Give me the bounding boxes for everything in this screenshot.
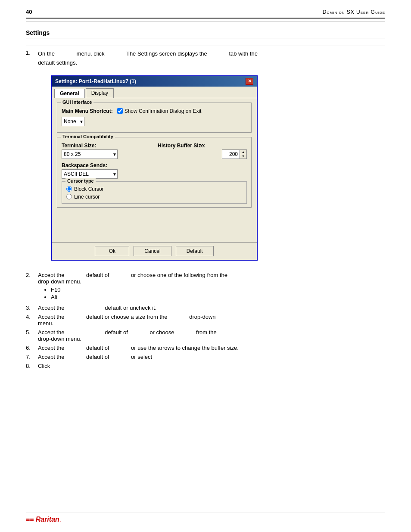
dialog-title: Settings: Port1-RedHatLinux7 (1) — [55, 78, 136, 84]
backspace-sends-label: Backspace Sends: — [62, 162, 247, 168]
step-4-num: 4. — [26, 314, 38, 320]
terminal-controls-row: 80 x 25 132 x 24 ▼ — [62, 149, 247, 159]
terminal-col-left: Terminal Size: — [62, 143, 151, 149]
dialog-wrapper: Settings: Port1-RedHatLinux7 (1) ✕ Gener… — [51, 75, 258, 261]
step-5-content: Accept the default of or choose from the… — [38, 329, 385, 342]
backspace-select-wrapper: ASCII DEL Backspace ▼ — [62, 169, 118, 179]
step-8: 8. Click — [26, 363, 385, 369]
step-3-text: Accept the default or uncheck it. — [38, 305, 156, 311]
tab-display[interactable]: Display — [86, 88, 114, 98]
step-2: 2. Accept the default of or choose one o… — [26, 272, 385, 302]
show-confirmation-row: Show Confirmation Dialog on Exit — [117, 108, 202, 114]
terminal-size-select-col: 80 x 25 132 x 24 ▼ — [62, 149, 151, 159]
step-1-content: On the menu, click The Settings screen d… — [38, 50, 385, 265]
step-5-continuation: drop-down menu. — [38, 336, 81, 342]
step-6-content: Accept the default of or use the arrows … — [38, 345, 385, 351]
settings-dialog: Settings: Port1-RedHatLinux7 (1) ✕ Gener… — [51, 75, 258, 261]
step-2-content: Accept the default of or choose one of t… — [38, 272, 385, 302]
page: 40 Dominion SX User Guide Settings 1. On… — [0, 0, 411, 532]
mid-rule-2 — [26, 46, 385, 46]
line-cursor-row: Line cursor — [66, 194, 242, 200]
spinbox-down-button[interactable]: ▼ — [240, 154, 246, 159]
step-4: 4. Accept the default or choose a size f… — [26, 314, 385, 327]
main-menu-label: Main Menu Shortcut: — [62, 108, 113, 114]
step-2-num: 2. — [26, 272, 38, 278]
main-menu-row: Main Menu Shortcut: Show Confirmation Di… — [62, 108, 247, 114]
step-4-continuation: menu. — [38, 320, 53, 327]
terminal-size-label: Terminal Size: — [62, 143, 151, 149]
raritan-logo: ≡≡ Raritan. — [26, 516, 385, 523]
default-button[interactable]: Default — [176, 246, 214, 256]
show-confirmation-label: Show Confirmation Dialog on Exit — [125, 108, 202, 114]
step-7-content: Accept the default of or select — [38, 354, 385, 360]
backspace-select-row: ASCII DEL Backspace ▼ — [62, 169, 247, 179]
section-heading: Settings — [26, 29, 385, 38]
step-5-text: Accept the default of or choose from the — [38, 329, 217, 336]
step-3-content: Accept the default or uncheck it. — [38, 305, 385, 311]
raritan-logo-icon: ≡≡ — [26, 516, 34, 523]
shortcut-select[interactable]: None F10 Alt — [62, 117, 84, 126]
terminal-two-col: Terminal Size: History Buffer Size: — [62, 143, 247, 149]
history-spinbox: ▲ ▼ — [222, 149, 247, 159]
bullet-alt: Alt — [51, 294, 385, 300]
doc-title: Dominion SX User Guide — [323, 9, 385, 15]
dialog-footer: Ok Cancel Default — [52, 242, 257, 260]
shortcut-select-row: None F10 Alt ▼ — [62, 117, 247, 126]
terminal-size-select[interactable]: 80 x 25 132 x 24 — [62, 149, 118, 159]
step-3: 3. Accept the default or uncheck it. — [26, 305, 385, 311]
history-buffer-col: ▲ ▼ — [158, 149, 247, 159]
block-cursor-label: Block Cursor — [74, 186, 104, 192]
history-spinbox-input[interactable] — [222, 150, 240, 159]
step-7-text: Accept the default of or select — [38, 354, 152, 360]
terminal-size-select-wrapper: 80 x 25 132 x 24 ▼ — [62, 149, 118, 159]
step-2-continuation: drop-down menu. — [38, 278, 81, 285]
line-cursor-radio[interactable] — [66, 194, 72, 199]
raritan-logo-text: Raritan — [36, 516, 59, 523]
block-cursor-row: Block Cursor — [66, 186, 242, 192]
step-4-text: Accept the default or choose a size from… — [38, 314, 216, 320]
line-cursor-label: Line cursor — [74, 194, 100, 200]
step-8-num: 8. — [26, 363, 38, 369]
step-8-content: Click — [38, 363, 385, 369]
page-footer: ≡≡ Raritan. — [26, 513, 385, 523]
mid-rule-1 — [26, 42, 385, 42]
spinbox-buttons: ▲ ▼ — [240, 150, 246, 159]
dialog-close-button[interactable]: ✕ — [246, 78, 253, 85]
step-1-text: On the menu, click The Settings screen d… — [38, 50, 385, 68]
step-2-text: Accept the default of or choose one of t… — [38, 272, 227, 278]
step-3-num: 3. — [26, 305, 38, 311]
terminal-compatibility-title: Terminal Compatibility — [61, 134, 115, 139]
raritan-logo-dot: . — [59, 516, 61, 523]
step-1-num: 1. — [26, 50, 38, 56]
bullet-f10: F10 — [51, 286, 385, 293]
dialog-spacer — [57, 212, 252, 238]
dialog-tabs: General Display — [52, 87, 257, 98]
step-6-text: Accept the default of or use the arrows … — [38, 345, 239, 351]
dialog-titlebar: Settings: Port1-RedHatLinux7 (1) ✕ — [52, 76, 257, 87]
step-5-num: 5. — [26, 329, 38, 336]
page-number: 40 — [26, 9, 32, 15]
ok-button[interactable]: Ok — [95, 246, 129, 256]
step-6: 6. Accept the default of or use the arro… — [26, 345, 385, 351]
gui-interface-group: GUI Interface Main Menu Shortcut: Show C… — [57, 103, 252, 133]
history-buffer-label: History Buffer Size: — [158, 143, 247, 149]
steps-section: 2. Accept the default of or choose one o… — [26, 272, 385, 369]
step-2-bullets: F10 Alt — [38, 286, 385, 300]
tab-general[interactable]: General — [54, 89, 85, 98]
spinbox-up-button[interactable]: ▲ — [240, 150, 246, 154]
block-cursor-radio[interactable] — [66, 186, 72, 192]
show-confirmation-checkbox[interactable] — [117, 108, 123, 114]
page-header: 40 Dominion SX User Guide — [26, 9, 385, 19]
cancel-button[interactable]: Cancel — [134, 246, 171, 256]
cursor-type-title: Cursor type — [65, 178, 96, 184]
gui-interface-title: GUI Interface — [61, 100, 93, 105]
step-7-num: 7. — [26, 354, 38, 360]
step-4-content: Accept the default or choose a size from… — [38, 314, 385, 327]
step-5: 5. Accept the default of or choose from … — [26, 329, 385, 342]
backspace-select[interactable]: ASCII DEL Backspace — [62, 169, 118, 179]
shortcut-select-wrapper: None F10 Alt ▼ — [62, 117, 84, 126]
terminal-compatibility-group: Terminal Compatibility Terminal Size: Hi… — [57, 137, 252, 208]
step-6-num: 6. — [26, 345, 38, 351]
step-7: 7. Accept the default of or select — [26, 354, 385, 360]
top-rule — [26, 21, 385, 22]
